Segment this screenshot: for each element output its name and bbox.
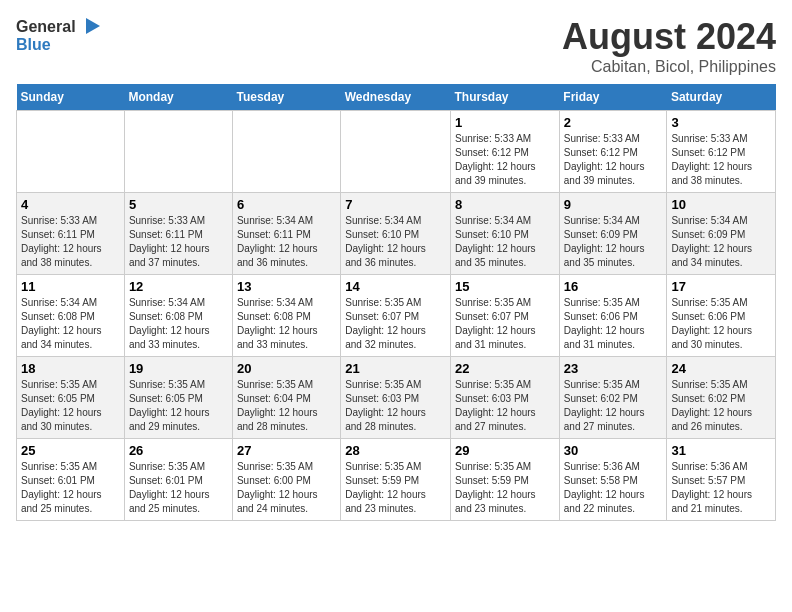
day-info: Sunrise: 5:34 AM Sunset: 6:09 PM Dayligh… [564, 214, 663, 270]
day-number: 12 [129, 279, 228, 294]
day-info: Sunrise: 5:36 AM Sunset: 5:57 PM Dayligh… [671, 460, 771, 516]
calendar-cell: 29Sunrise: 5:35 AM Sunset: 5:59 PM Dayli… [451, 439, 560, 521]
calendar-cell: 17Sunrise: 5:35 AM Sunset: 6:06 PM Dayli… [667, 275, 776, 357]
day-info: Sunrise: 5:35 AM Sunset: 6:04 PM Dayligh… [237, 378, 336, 434]
day-info: Sunrise: 5:35 AM Sunset: 6:07 PM Dayligh… [455, 296, 555, 352]
day-number: 17 [671, 279, 771, 294]
calendar-cell: 8Sunrise: 5:34 AM Sunset: 6:10 PM Daylig… [451, 193, 560, 275]
calendar-cell: 4Sunrise: 5:33 AM Sunset: 6:11 PM Daylig… [17, 193, 125, 275]
day-number: 9 [564, 197, 663, 212]
calendar-week-3: 11Sunrise: 5:34 AM Sunset: 6:08 PM Dayli… [17, 275, 776, 357]
calendar-week-1: 1Sunrise: 5:33 AM Sunset: 6:12 PM Daylig… [17, 111, 776, 193]
weekday-header-wednesday: Wednesday [341, 84, 451, 111]
day-info: Sunrise: 5:35 AM Sunset: 5:59 PM Dayligh… [455, 460, 555, 516]
calendar-cell: 23Sunrise: 5:35 AM Sunset: 6:02 PM Dayli… [559, 357, 667, 439]
day-number: 16 [564, 279, 663, 294]
day-info: Sunrise: 5:33 AM Sunset: 6:11 PM Dayligh… [21, 214, 120, 270]
weekday-header-tuesday: Tuesday [232, 84, 340, 111]
day-info: Sunrise: 5:35 AM Sunset: 6:06 PM Dayligh… [671, 296, 771, 352]
calendar-cell: 21Sunrise: 5:35 AM Sunset: 6:03 PM Dayli… [341, 357, 451, 439]
day-number: 21 [345, 361, 446, 376]
svg-text:Blue: Blue [16, 36, 51, 53]
day-info: Sunrise: 5:33 AM Sunset: 6:11 PM Dayligh… [129, 214, 228, 270]
day-info: Sunrise: 5:35 AM Sunset: 6:02 PM Dayligh… [564, 378, 663, 434]
day-number: 14 [345, 279, 446, 294]
weekday-header-monday: Monday [124, 84, 232, 111]
svg-text:General: General [16, 18, 76, 35]
day-info: Sunrise: 5:35 AM Sunset: 6:07 PM Dayligh… [345, 296, 446, 352]
day-number: 7 [345, 197, 446, 212]
day-number: 4 [21, 197, 120, 212]
calendar-cell [124, 111, 232, 193]
svg-marker-1 [86, 18, 100, 34]
weekday-header-thursday: Thursday [451, 84, 560, 111]
day-info: Sunrise: 5:36 AM Sunset: 5:58 PM Dayligh… [564, 460, 663, 516]
weekday-header-saturday: Saturday [667, 84, 776, 111]
calendar-cell: 25Sunrise: 5:35 AM Sunset: 6:01 PM Dayli… [17, 439, 125, 521]
calendar-table: SundayMondayTuesdayWednesdayThursdayFrid… [16, 84, 776, 521]
weekday-header-row: SundayMondayTuesdayWednesdayThursdayFrid… [17, 84, 776, 111]
page-subtitle: Cabitan, Bicol, Philippines [562, 58, 776, 76]
day-number: 15 [455, 279, 555, 294]
calendar-cell: 6Sunrise: 5:34 AM Sunset: 6:11 PM Daylig… [232, 193, 340, 275]
calendar-cell: 2Sunrise: 5:33 AM Sunset: 6:12 PM Daylig… [559, 111, 667, 193]
day-number: 24 [671, 361, 771, 376]
day-info: Sunrise: 5:34 AM Sunset: 6:08 PM Dayligh… [21, 296, 120, 352]
calendar-cell: 19Sunrise: 5:35 AM Sunset: 6:05 PM Dayli… [124, 357, 232, 439]
calendar-cell: 26Sunrise: 5:35 AM Sunset: 6:01 PM Dayli… [124, 439, 232, 521]
day-info: Sunrise: 5:35 AM Sunset: 5:59 PM Dayligh… [345, 460, 446, 516]
day-number: 28 [345, 443, 446, 458]
calendar-cell [17, 111, 125, 193]
day-info: Sunrise: 5:35 AM Sunset: 6:06 PM Dayligh… [564, 296, 663, 352]
day-number: 23 [564, 361, 663, 376]
day-info: Sunrise: 5:35 AM Sunset: 6:05 PM Dayligh… [129, 378, 228, 434]
calendar-cell: 16Sunrise: 5:35 AM Sunset: 6:06 PM Dayli… [559, 275, 667, 357]
day-info: Sunrise: 5:33 AM Sunset: 6:12 PM Dayligh… [455, 132, 555, 188]
day-number: 5 [129, 197, 228, 212]
calendar-cell: 22Sunrise: 5:35 AM Sunset: 6:03 PM Dayli… [451, 357, 560, 439]
logo-icon: General Blue [16, 16, 106, 54]
day-info: Sunrise: 5:33 AM Sunset: 6:12 PM Dayligh… [671, 132, 771, 188]
day-info: Sunrise: 5:34 AM Sunset: 6:10 PM Dayligh… [455, 214, 555, 270]
day-number: 18 [21, 361, 120, 376]
day-info: Sunrise: 5:34 AM Sunset: 6:11 PM Dayligh… [237, 214, 336, 270]
calendar-cell: 18Sunrise: 5:35 AM Sunset: 6:05 PM Dayli… [17, 357, 125, 439]
day-info: Sunrise: 5:35 AM Sunset: 6:05 PM Dayligh… [21, 378, 120, 434]
calendar-week-5: 25Sunrise: 5:35 AM Sunset: 6:01 PM Dayli… [17, 439, 776, 521]
calendar-cell: 30Sunrise: 5:36 AM Sunset: 5:58 PM Dayli… [559, 439, 667, 521]
weekday-header-friday: Friday [559, 84, 667, 111]
day-number: 10 [671, 197, 771, 212]
day-info: Sunrise: 5:34 AM Sunset: 6:08 PM Dayligh… [237, 296, 336, 352]
day-number: 27 [237, 443, 336, 458]
logo: General Blue [16, 16, 106, 54]
day-info: Sunrise: 5:35 AM Sunset: 6:03 PM Dayligh… [345, 378, 446, 434]
calendar-cell: 15Sunrise: 5:35 AM Sunset: 6:07 PM Dayli… [451, 275, 560, 357]
day-number: 20 [237, 361, 336, 376]
calendar-cell: 24Sunrise: 5:35 AM Sunset: 6:02 PM Dayli… [667, 357, 776, 439]
day-number: 31 [671, 443, 771, 458]
day-info: Sunrise: 5:35 AM Sunset: 6:02 PM Dayligh… [671, 378, 771, 434]
calendar-cell: 1Sunrise: 5:33 AM Sunset: 6:12 PM Daylig… [451, 111, 560, 193]
calendar-cell: 12Sunrise: 5:34 AM Sunset: 6:08 PM Dayli… [124, 275, 232, 357]
calendar-week-2: 4Sunrise: 5:33 AM Sunset: 6:11 PM Daylig… [17, 193, 776, 275]
calendar-cell: 28Sunrise: 5:35 AM Sunset: 5:59 PM Dayli… [341, 439, 451, 521]
day-number: 11 [21, 279, 120, 294]
calendar-cell [341, 111, 451, 193]
page-header: General Blue August 2024 Cabitan, Bicol,… [16, 16, 776, 76]
day-number: 8 [455, 197, 555, 212]
calendar-cell: 10Sunrise: 5:34 AM Sunset: 6:09 PM Dayli… [667, 193, 776, 275]
day-info: Sunrise: 5:34 AM Sunset: 6:10 PM Dayligh… [345, 214, 446, 270]
calendar-cell: 9Sunrise: 5:34 AM Sunset: 6:09 PM Daylig… [559, 193, 667, 275]
day-number: 1 [455, 115, 555, 130]
day-number: 22 [455, 361, 555, 376]
day-number: 6 [237, 197, 336, 212]
calendar-cell: 27Sunrise: 5:35 AM Sunset: 6:00 PM Dayli… [232, 439, 340, 521]
day-number: 3 [671, 115, 771, 130]
title-section: August 2024 Cabitan, Bicol, Philippines [562, 16, 776, 76]
calendar-cell: 20Sunrise: 5:35 AM Sunset: 6:04 PM Dayli… [232, 357, 340, 439]
day-number: 26 [129, 443, 228, 458]
day-number: 25 [21, 443, 120, 458]
calendar-cell: 7Sunrise: 5:34 AM Sunset: 6:10 PM Daylig… [341, 193, 451, 275]
day-info: Sunrise: 5:33 AM Sunset: 6:12 PM Dayligh… [564, 132, 663, 188]
calendar-cell [232, 111, 340, 193]
